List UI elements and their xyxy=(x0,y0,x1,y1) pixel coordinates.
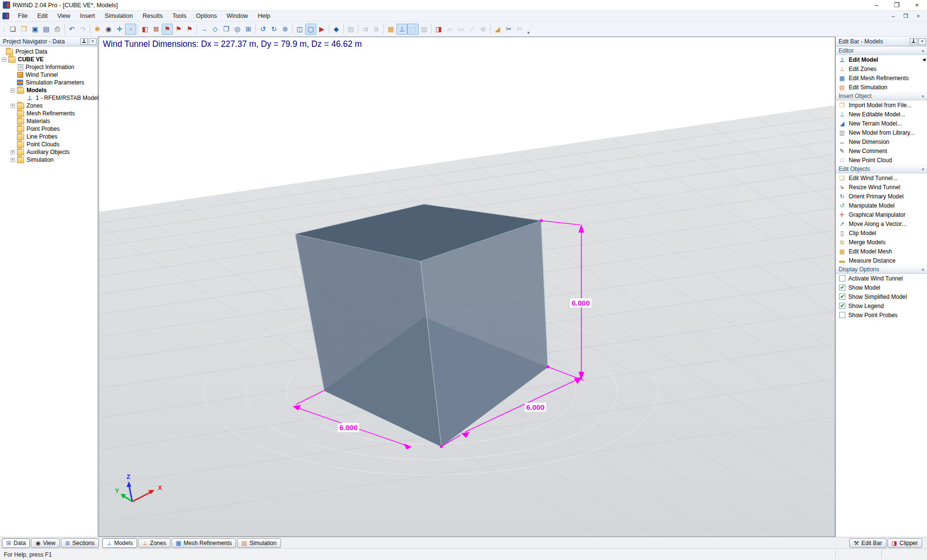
editbar-item-edit-model[interactable]: ⊥ Edit Model ◀ xyxy=(836,55,927,64)
menu-help[interactable]: Help xyxy=(253,11,275,21)
tab-data[interactable]: ⊞ Data xyxy=(2,538,30,548)
close-button[interactable]: × xyxy=(907,0,927,11)
option-show-legend[interactable]: ✔ Show Legend xyxy=(836,301,927,310)
panel-close-icon[interactable]: × xyxy=(89,38,97,45)
tab-simulation[interactable]: ▤ Simulation xyxy=(237,538,281,548)
wind-direction-x-icon[interactable]: ⚑ xyxy=(162,24,173,35)
save-icon[interactable]: ▣ xyxy=(29,24,41,35)
tab-clipper[interactable]: ◨ Clipper xyxy=(887,538,922,548)
mesh-cut-icon[interactable]: ✂ xyxy=(514,24,525,35)
menu-view[interactable]: View xyxy=(53,11,75,21)
editbar-item-edit-simulation[interactable]: ▤ Edit Simulation xyxy=(836,83,927,92)
editbar-item-new-comment[interactable]: ✎ New Comment xyxy=(836,146,927,155)
clipper-cube-icon[interactable]: ◨ xyxy=(433,24,444,35)
expand-icon[interactable]: + xyxy=(11,158,15,162)
option-show-simplified-model[interactable]: ✔ Show Simplified Model xyxy=(836,292,927,301)
expand-icon[interactable]: + xyxy=(11,104,15,108)
activate-wind-tunnel-checkbox[interactable]: ✔ xyxy=(839,275,845,281)
3d-viewport[interactable]: Wind Tunnel Dimensions: Dx = 227.37 m, D… xyxy=(98,37,835,537)
editbar-item-measure-distance[interactable]: ▬ Measure Distance xyxy=(836,256,927,265)
render-icon[interactable]: ✱ xyxy=(92,24,103,35)
node-rotate-icon[interactable]: ⊕ xyxy=(478,24,489,35)
menu-insert[interactable]: Insert xyxy=(75,11,100,21)
show-model-icon[interactable]: ⊥ xyxy=(396,24,407,35)
editbar-item-graphical-manipulator[interactable]: ✛ Graphical Manipulator xyxy=(836,210,927,219)
tree-item-simulation-parameters[interactable]: Simulation Parameters xyxy=(0,79,98,86)
show-legend-checkbox[interactable]: ✔ xyxy=(839,303,845,309)
pin-icon[interactable] xyxy=(80,38,88,45)
mdi-minimize-button[interactable]: – xyxy=(887,12,899,20)
solid-cube-icon[interactable]: ◆ xyxy=(331,24,342,35)
menu-window[interactable]: Window xyxy=(222,11,253,21)
editbar-item-import-model[interactable]: ❐ Import Model from File... xyxy=(836,100,927,110)
wind-direction-z-icon[interactable]: ⚑ xyxy=(184,24,195,35)
hatch-display-icon[interactable]: ▨ xyxy=(345,24,356,35)
editbar-item-resize-wind-tunnel[interactable]: ↳ Resize Wind Tunnel xyxy=(836,182,927,192)
mdi-close-button[interactable]: × xyxy=(913,12,924,20)
show-simplified-model-checkbox[interactable]: ✔ xyxy=(839,294,845,300)
tree-item-auxiliary-objects[interactable]: + Auxiliary Objects xyxy=(0,148,98,156)
flow-arrow-icon[interactable]: → xyxy=(198,24,210,35)
pin-icon[interactable] xyxy=(910,38,917,45)
tree-item-rfem-rstab-model[interactable]: ⊥ 1 - RFEM/RSTAB Model xyxy=(0,94,98,102)
section-insert-object[interactable]: Insert Object ▾ xyxy=(836,92,927,100)
tab-edit-bar[interactable]: ⚒ Edit Bar xyxy=(849,538,886,548)
tree-item-line-probes[interactable]: Line Probes xyxy=(0,133,98,140)
editbar-item-edit-wind-tunnel[interactable]: ❏ Edit Wind Tunnel... xyxy=(836,173,927,182)
tab-models[interactable]: ⊥ Models xyxy=(102,538,137,548)
option-show-model[interactable]: ✔ Show Model xyxy=(836,283,927,292)
cut-tool-icon[interactable]: ✂ xyxy=(503,24,514,35)
tree-item-cube-ve[interactable]: − CUBE VE xyxy=(0,56,98,63)
print-icon[interactable]: ⎙ xyxy=(52,24,63,35)
axes-icon[interactable]: ✛ xyxy=(114,24,125,35)
tab-sections[interactable]: ≣ Sections xyxy=(61,538,99,548)
tab-view[interactable]: ◉ View xyxy=(31,538,59,548)
edge-icon[interactable]: ∕ xyxy=(466,24,478,35)
show-model-checkbox[interactable]: ✔ xyxy=(839,284,845,291)
show-point-probes-checkbox[interactable]: ✔ xyxy=(839,312,845,318)
zones-tool-icon[interactable]: ◢ xyxy=(492,24,503,35)
editbar-item-merge-models[interactable]: ⧉ Merge Models xyxy=(836,238,927,247)
box-view-icon[interactable]: ▢ xyxy=(305,24,316,35)
menu-tools[interactable]: Tools xyxy=(168,11,191,21)
fit-view-icon[interactable]: ⊞ xyxy=(243,24,254,35)
editbar-item-orient-primary-model[interactable]: ↻ Orient Primary Model xyxy=(836,192,927,201)
model-base-icon[interactable]: ▦ xyxy=(385,24,396,35)
panel-close-icon[interactable]: × xyxy=(918,38,926,45)
window-view-icon[interactable]: ❒ xyxy=(221,24,232,35)
toolbar-overflow-icon[interactable]: ▾ xyxy=(527,30,530,36)
tree-item-point-clouds[interactable]: Point Clouds xyxy=(0,140,98,148)
new-file-icon[interactable]: ❏ xyxy=(7,24,18,35)
rotate-left-icon[interactable]: ↺ xyxy=(257,24,268,35)
collapse-icon[interactable]: − xyxy=(11,88,15,93)
face-icon[interactable]: ▭ xyxy=(455,24,466,35)
expand-icon[interactable]: + xyxy=(11,150,15,154)
wind-direction-y-icon[interactable]: ⚑ xyxy=(173,24,184,35)
simplified-model-icon[interactable]: ▢ xyxy=(407,24,419,35)
undo-icon[interactable]: ↶ xyxy=(66,24,77,35)
tree-item-simulation[interactable]: + Simulation xyxy=(0,156,98,164)
mdi-restore-button[interactable]: ❐ xyxy=(900,12,912,20)
editbar-item-edit-zones[interactable]: ⊥ Edit Zones xyxy=(836,64,927,73)
tree-item-mesh-refinements[interactable]: Mesh Refinements xyxy=(0,110,98,117)
open-file-icon[interactable]: ❐ xyxy=(18,24,29,35)
tree-item-point-probes[interactable]: Point Probes xyxy=(0,125,98,133)
section-editor[interactable]: Editor ▾ xyxy=(836,46,927,55)
section-edit-objects[interactable]: Edit Objects ▾ xyxy=(836,165,927,173)
isometric-view-icon[interactable]: ◇ xyxy=(210,24,221,35)
tree-item-project-information[interactable]: Project Information xyxy=(0,63,98,71)
restore-button[interactable]: ❐ xyxy=(886,0,907,11)
tree-item-models[interactable]: − Models xyxy=(0,86,98,94)
editbar-item-move-along-vector[interactable]: ↗ Move Along a Vector... xyxy=(836,219,927,228)
flow-lines-icon[interactable]: ⇉ xyxy=(360,24,371,35)
option-activate-wind-tunnel[interactable]: ✔ Activate Wind Tunnel xyxy=(836,274,927,283)
print-preview-icon[interactable]: ▤ xyxy=(41,24,52,35)
view-eye-icon[interactable]: ◉ xyxy=(103,24,114,35)
redo-icon[interactable]: ↷ xyxy=(77,24,88,35)
menu-results[interactable]: Results xyxy=(138,11,168,21)
menu-edit[interactable]: Edit xyxy=(32,11,53,21)
show-model-cube-icon[interactable]: ◧ xyxy=(140,24,151,35)
rotate-top-icon[interactable]: ⊚ xyxy=(280,24,291,35)
zoom-icon[interactable]: ◎ xyxy=(232,24,243,35)
menu-simulation[interactable]: Simulation xyxy=(100,11,138,21)
